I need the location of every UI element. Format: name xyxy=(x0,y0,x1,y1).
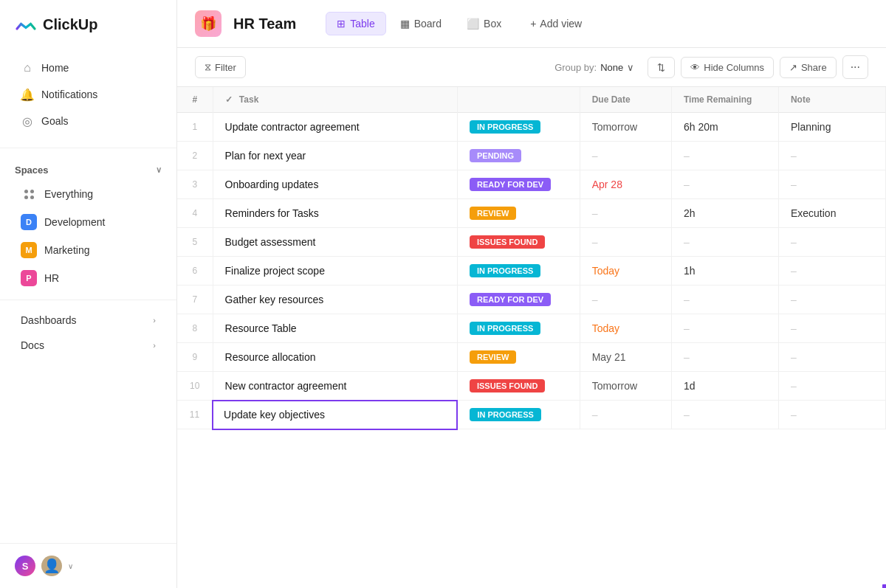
task-status[interactable]: IN PROGRESS xyxy=(457,113,580,142)
sidebar-item-notifications[interactable]: 🔔 Notifications xyxy=(6,81,171,108)
time-remaining: 1h xyxy=(671,257,778,286)
everything-label: Everything xyxy=(44,188,93,200)
development-avatar: D xyxy=(21,214,37,230)
add-view-button[interactable]: + Add view xyxy=(521,13,591,35)
task-status[interactable]: READY FOR DEV xyxy=(457,286,580,314)
task-name[interactable]: New contractor agreement xyxy=(213,372,457,401)
due-date: Tomorrow xyxy=(580,113,671,142)
status-badge: READY FOR DEV xyxy=(470,178,551,191)
tab-table[interactable]: ⊞ Table xyxy=(326,12,385,35)
sidebar-item-hr[interactable]: P HR xyxy=(6,264,171,292)
user-menu-chevron[interactable]: ∨ xyxy=(68,562,73,570)
note: Planning xyxy=(778,113,885,142)
more-options-button[interactable]: ··· xyxy=(842,55,868,79)
row-num: 5 xyxy=(177,228,213,257)
sidebar-item-marketing[interactable]: M Marketing xyxy=(6,236,171,264)
sidebar-item-goals-label: Goals xyxy=(41,115,69,127)
task-status[interactable]: ISSUES FOUND xyxy=(457,228,580,257)
box-tab-icon: ⬜ xyxy=(467,18,479,30)
status-badge: ISSUES FOUND xyxy=(470,235,546,249)
group-by-control[interactable]: Group by: None ∨ xyxy=(547,58,642,77)
filter-button[interactable]: ⧖ Filter xyxy=(195,56,246,78)
task-status[interactable]: REVIEW xyxy=(457,199,580,228)
task-name[interactable]: Update contractor agreement xyxy=(213,113,457,142)
spaces-section-header: Spaces ∨ xyxy=(0,156,176,180)
group-by-label: Group by: xyxy=(554,62,597,73)
team-icon: 🎁 xyxy=(195,10,222,37)
task-name[interactable]: Update key objectives xyxy=(213,401,457,429)
add-view-label: Add view xyxy=(540,18,582,30)
task-name[interactable]: Resource allocation xyxy=(213,343,457,372)
table-row: 11Update key objectivesIN PROGRESS––– xyxy=(177,401,886,429)
spaces-label: Spaces xyxy=(15,165,49,176)
task-table-container: # ✓ Task Due Date Time Remaining Note 1U… xyxy=(177,87,886,588)
logo: ClickUp xyxy=(0,0,176,49)
due-date: Apr 28 xyxy=(580,170,671,199)
status-badge: IN PROGRESS xyxy=(470,408,540,421)
status-badge: ISSUES FOUND xyxy=(470,379,546,392)
app-name: ClickUp xyxy=(43,16,97,33)
time-remaining: – xyxy=(671,343,778,372)
row-num: 1 xyxy=(177,113,213,142)
sidebar-item-development[interactable]: D Development xyxy=(6,208,171,236)
row-num: 10 xyxy=(177,372,213,401)
sidebar-item-goals[interactable]: ◎ Goals xyxy=(6,108,171,134)
resize-handle[interactable] xyxy=(882,584,886,588)
row-num: 7 xyxy=(177,286,213,314)
time-remaining: 6h 20m xyxy=(671,113,778,142)
note: – xyxy=(778,314,885,343)
user-avatar-photo: 👤 xyxy=(41,556,62,576)
sidebar-item-everything[interactable]: Everything xyxy=(6,180,171,208)
hide-columns-button[interactable]: 👁 Hide Columns xyxy=(681,57,774,78)
note: – xyxy=(778,372,885,401)
home-icon: ⌂ xyxy=(21,61,34,75)
task-status[interactable]: REVIEW xyxy=(457,343,580,372)
status-badge: REVIEW xyxy=(470,207,516,220)
task-name[interactable]: Gather key resources xyxy=(213,286,457,314)
divider xyxy=(0,148,176,148)
row-num: 4 xyxy=(177,199,213,228)
share-button[interactable]: ↗ Share xyxy=(780,57,837,78)
table-row: 2Plan for next yearPENDING––– xyxy=(177,142,886,170)
task-name[interactable]: Finalize project scope xyxy=(213,257,457,286)
sidebar-item-home[interactable]: ⌂ Home xyxy=(6,55,171,81)
table-header-row: # ✓ Task Due Date Time Remaining Note xyxy=(177,87,886,113)
toolbar: ⧖ Filter Group by: None ∨ ⇅ 👁 Hide Colum… xyxy=(177,48,886,87)
docs-chevron: › xyxy=(153,341,156,350)
tab-table-label: Table xyxy=(350,18,374,30)
sidebar-nav: ⌂ Home 🔔 Notifications ◎ Goals xyxy=(0,49,176,140)
table-row: 1Update contractor agreementIN PROGRESST… xyxy=(177,113,886,142)
task-name[interactable]: Reminders for Tasks xyxy=(213,199,457,228)
task-status[interactable]: IN PROGRESS xyxy=(457,401,580,429)
tab-box[interactable]: ⬜ Box xyxy=(456,12,512,35)
task-name[interactable]: Onboarding updates xyxy=(213,170,457,199)
due-date: Today xyxy=(580,257,671,286)
task-status[interactable]: ISSUES FOUND xyxy=(457,372,580,401)
table-row: 10New contractor agreementISSUES FOUNDTo… xyxy=(177,372,886,401)
note: – xyxy=(778,286,885,314)
table-row: 4Reminders for TasksREVIEW–2hExecution xyxy=(177,199,886,228)
sidebar-item-dashboards[interactable]: Dashboards › xyxy=(6,308,171,333)
task-status[interactable]: READY FOR DEV xyxy=(457,170,580,199)
sort-button[interactable]: ⇅ xyxy=(648,57,675,78)
hr-label: HR xyxy=(44,272,59,284)
eye-icon: 👁 xyxy=(690,62,700,73)
table-row: 7Gather key resourcesREADY FOR DEV––– xyxy=(177,286,886,314)
task-name[interactable]: Resource Table xyxy=(213,314,457,343)
sidebar-item-notifications-label: Notifications xyxy=(41,89,97,100)
due-date: – xyxy=(580,142,671,170)
sidebar: ClickUp ⌂ Home 🔔 Notifications ◎ Goals S… xyxy=(0,0,177,588)
spaces-chevron[interactable]: ∨ xyxy=(156,165,162,175)
page-title: HR Team xyxy=(233,15,296,32)
task-status[interactable]: IN PROGRESS xyxy=(457,257,580,286)
sidebar-bottom: S 👤 ∨ xyxy=(0,543,176,588)
task-name[interactable]: Plan for next year xyxy=(213,142,457,170)
task-status[interactable]: PENDING xyxy=(457,142,580,170)
note: – xyxy=(778,142,885,170)
tab-board[interactable]: ▦ Board xyxy=(389,12,453,35)
tab-board-label: Board xyxy=(414,18,442,30)
sidebar-item-docs[interactable]: Docs › xyxy=(6,333,171,358)
task-status[interactable]: IN PROGRESS xyxy=(457,314,580,343)
user-avatar-letter: S xyxy=(15,556,35,576)
task-name[interactable]: Budget assessment xyxy=(213,228,457,257)
